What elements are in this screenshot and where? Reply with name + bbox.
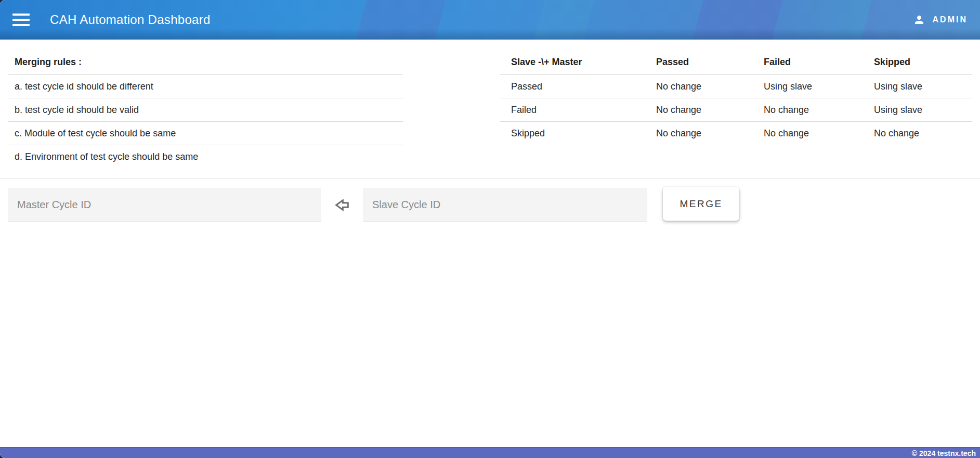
slave-cycle-id-input[interactable] [363,188,647,222]
admin-user-menu[interactable]: ADMIN [913,14,968,26]
app-window: CAH Automation Dashboard ADMIN Merging r… [0,0,980,458]
cell-value: No change [764,128,874,139]
merge-button[interactable]: MERGE [663,187,739,221]
cell-value: No change [656,128,764,139]
cell-value: No change [656,81,764,92]
master-cycle-id-input[interactable] [8,188,321,222]
copyright-text: © 2024 testnx.tech [912,449,976,457]
column-header-skipped: Skipped [874,57,972,68]
cell-value: Using slave [764,81,874,92]
table-row: Skipped No change No change No change [500,122,972,145]
rules-and-matrix-section: Merging rules : a. test cycle id should … [0,40,980,169]
left-arrow-icon [321,188,363,222]
cell-value: No change [764,105,874,116]
merging-rules-title: Merging rules : [8,50,403,75]
cell-value: No change [874,128,972,139]
footer-bar: © 2024 testnx.tech [0,447,980,458]
app-header: CAH Automation Dashboard ADMIN [0,0,980,40]
column-header-failed: Failed [764,57,874,68]
section-divider [0,179,980,179]
menu-bar [12,19,30,21]
rule-item-b: b. test cycle id should be valid [8,98,403,122]
rule-item-c: c. Module of test cycle should be same [8,122,403,145]
cell-value: No change [656,105,764,116]
row-label: Failed [500,105,656,116]
column-header-passed: Passed [656,57,764,68]
merge-behavior-table: Slave -\+ Master Passed Failed Skipped P… [500,50,972,169]
table-row: Passed No change Using slave Using slave [500,75,972,98]
menu-bar [12,14,30,16]
merge-form: MERGE [0,188,980,222]
cell-value: Using slave [874,81,972,92]
merging-rules-panel: Merging rules : a. test cycle id should … [8,50,403,169]
row-label: Passed [500,81,656,92]
user-label: ADMIN [933,15,968,24]
menu-bar [12,24,30,26]
column-header-slave-master: Slave -\+ Master [500,57,656,68]
rule-item-d: d. Environment of test cycle should be s… [8,145,403,169]
table-header-row: Slave -\+ Master Passed Failed Skipped [500,50,972,75]
person-icon [913,14,925,26]
row-label: Skipped [500,128,656,139]
rule-item-a: a. test cycle id should be different [8,75,403,98]
cell-value: Using slave [874,105,972,116]
main-content: Merging rules : a. test cycle id should … [0,40,980,447]
page-title: CAH Automation Dashboard [50,12,211,27]
table-row: Failed No change No change Using slave [500,98,972,122]
menu-icon[interactable] [12,12,31,28]
